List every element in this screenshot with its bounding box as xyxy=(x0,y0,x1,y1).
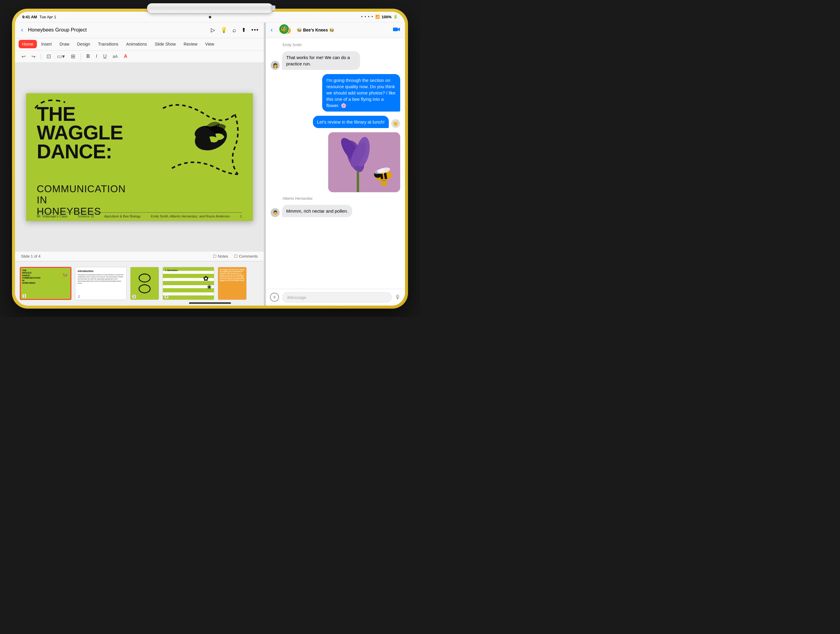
svg-rect-8 xyxy=(357,171,359,192)
keynote-format-bar: ↩ ↪ ⊡ ▭▾ ⊞ B I U aA A xyxy=(15,51,264,63)
video-call-button[interactable] xyxy=(393,26,400,34)
slide-title-line3: DANCE: xyxy=(37,142,123,161)
font-size-button[interactable]: aA xyxy=(111,53,120,60)
emily-avatar: 👩 xyxy=(271,61,279,70)
underline-button[interactable]: U xyxy=(101,52,109,60)
textbox-button[interactable]: ⊡ xyxy=(45,52,53,61)
sent-emoji-avatar: 🤟 xyxy=(391,119,400,128)
thumb2-content: Throughout the agricultural methods of c… xyxy=(78,274,124,284)
camera-area xyxy=(209,15,211,18)
share-button[interactable]: ⬆ xyxy=(242,27,246,33)
status-dots: • • • • xyxy=(361,15,374,19)
slide-subtitle-line2: IN xyxy=(37,194,126,206)
menu-slideshow[interactable]: Slide Show xyxy=(151,40,179,48)
keynote-document-title: Honeybees Group Project xyxy=(28,27,207,33)
format-divider-1 xyxy=(41,53,41,60)
undo-button[interactable]: ↩ xyxy=(20,52,27,61)
more-button[interactable]: ••• xyxy=(251,27,259,33)
color-button[interactable]: A xyxy=(122,52,129,60)
menu-transitions[interactable]: Transitions xyxy=(95,40,122,48)
slide-subtitle-line3: HONEYBEES xyxy=(37,206,126,217)
slide-canvas[interactable]: THE WAGGLE DANCE: COMMUNICATION IN HONEY… xyxy=(26,93,253,221)
comments-label: Comments xyxy=(239,254,258,259)
menu-view[interactable]: View xyxy=(202,40,218,48)
comments-icon: ☐ xyxy=(234,254,238,259)
status-date: Tue Apr 1 xyxy=(39,15,56,19)
slide-thumbnail-4[interactable]: I. Direction ✿ ❀ 4 xyxy=(163,267,214,300)
thumb2-title: Introduction xyxy=(78,270,124,273)
thumb3-oval1 xyxy=(139,273,151,282)
redo-button[interactable]: ↪ xyxy=(30,52,37,61)
menu-design[interactable]: Design xyxy=(74,40,94,48)
messages-input-bar: + iMessage 🎙 xyxy=(266,289,405,306)
battery-percent: 100% xyxy=(382,15,392,19)
sender-name-alberto: Alberto Hernandez xyxy=(271,196,400,200)
menu-home[interactable]: Home xyxy=(19,40,37,48)
status-time: 9:41 AM xyxy=(22,15,37,19)
thumb4-title: I. Direction xyxy=(165,269,178,272)
thumb3-oval2 xyxy=(139,284,151,293)
thumb4-flower2: ❀ xyxy=(207,284,212,290)
keynote-back-button[interactable]: ‹ xyxy=(20,25,24,35)
search-button[interactable]: ⌕ xyxy=(232,27,236,33)
message-text-3: Let's review in the library at lunch! xyxy=(317,119,385,125)
slide-thumbnail-1[interactable]: THEWAGGLEDANCE:COMMUNICATIONINHONEYBEES … xyxy=(20,267,71,300)
slide-thumbnail-5[interactable]: The waggle that that occurs during the w… xyxy=(218,267,246,300)
ipad-device: 9:41 AM Tue Apr 1 • • • • 📶 100% 🔋 ‹ xyxy=(12,9,408,309)
play-button[interactable]: ▷ xyxy=(211,27,215,33)
bold-button[interactable]: B xyxy=(85,52,92,60)
thumb3-number: 3 xyxy=(132,295,136,298)
thumb4-number: 4 xyxy=(165,295,168,298)
microphone-button[interactable]: 🎙 xyxy=(395,294,401,301)
svg-rect-16 xyxy=(382,180,387,181)
slide-canvas-area: THE WAGGLE DANCE: COMMUNICATION IN HONEY… xyxy=(15,63,264,252)
footer-page: 1 xyxy=(240,214,242,218)
battery-icon: 🔋 xyxy=(393,15,398,19)
layout-button[interactable]: ▭▾ xyxy=(55,52,66,61)
split-view: ‹ Honeybees Group Project ▷ 💡 ⌕ ⬆ ••• Ho… xyxy=(15,22,405,306)
message-bubble-1: That works for me! We can do a practice … xyxy=(282,51,360,70)
message-1: 👩 That works for me! We can do a practic… xyxy=(271,51,400,70)
notes-label: Notes xyxy=(218,254,228,259)
thumb5-text: The waggle that that occurs during the w… xyxy=(218,267,246,283)
add-attachment-button[interactable]: + xyxy=(270,293,279,302)
slide-thumbnail-3[interactable]: 3 xyxy=(130,267,159,300)
slide-subtitle-line1: COMMUNICATION xyxy=(37,183,126,195)
table-button[interactable]: ⊞ xyxy=(69,52,77,61)
italic-button[interactable]: I xyxy=(94,52,99,60)
group-avatar-stack: 🐝 👩 xyxy=(276,24,293,36)
home-indicator[interactable] xyxy=(189,302,231,304)
menu-review[interactable]: Review xyxy=(180,40,201,48)
slide-title-line2: WAGGLE xyxy=(37,123,123,142)
thumb1-bee: 🐝 xyxy=(62,272,68,277)
bee-flower-image xyxy=(328,132,400,192)
teach-button[interactable]: 💡 xyxy=(221,27,227,33)
messages-list: Emily Smith 👩 That works for me! We can … xyxy=(266,38,405,289)
keynote-app: ‹ Honeybees Group Project ▷ 💡 ⌕ ⬆ ••• Ho… xyxy=(15,22,264,306)
messages-app: ‹ 🐝 👩 🐝 Bee's Knees 🐝 xyxy=(266,22,405,306)
thumb2-number: 2 xyxy=(77,295,81,298)
slide-thumbnail-2[interactable]: Introduction Throughout the agricultural… xyxy=(75,267,126,300)
message-2: I'm going through the section on resourc… xyxy=(271,74,400,112)
message-bubble-2: I'm going through the section on resourc… xyxy=(322,74,400,112)
messages-back-button[interactable]: ‹ xyxy=(271,26,273,34)
message-text-2: I'm going through the section on resourc… xyxy=(327,78,395,108)
slide-bee-illustration xyxy=(157,102,241,180)
thumb1-number: 1 xyxy=(22,294,26,298)
menu-animations[interactable]: Animations xyxy=(123,40,151,48)
messages-header: ‹ 🐝 👩 🐝 Bee's Knees 🐝 xyxy=(266,22,405,38)
sender-name-emily: Emily Smith xyxy=(271,43,400,47)
thumb4-bg xyxy=(163,267,214,300)
message-text-1: That works for me! We can do a practice … xyxy=(286,55,350,66)
status-bar-left: 9:41 AM Tue Apr 1 xyxy=(22,15,147,19)
group-name-container: 🐝 Bee's Knees 🐝 xyxy=(297,28,334,32)
menu-insert[interactable]: Insert xyxy=(38,40,55,48)
wifi-icon: 📶 xyxy=(375,15,380,19)
comments-button[interactable]: ☐ Comments xyxy=(234,254,258,259)
notes-button[interactable]: ☐ Notes xyxy=(213,254,228,259)
message-bubble-3: Let's review in the library at lunch! xyxy=(313,116,389,128)
slide-status-actions: ☐ Notes ☐ Comments xyxy=(213,254,258,259)
menu-draw[interactable]: Draw xyxy=(56,40,73,48)
message-input-field[interactable]: iMessage xyxy=(282,292,392,303)
slide-title: THE WAGGLE DANCE: xyxy=(37,105,123,161)
